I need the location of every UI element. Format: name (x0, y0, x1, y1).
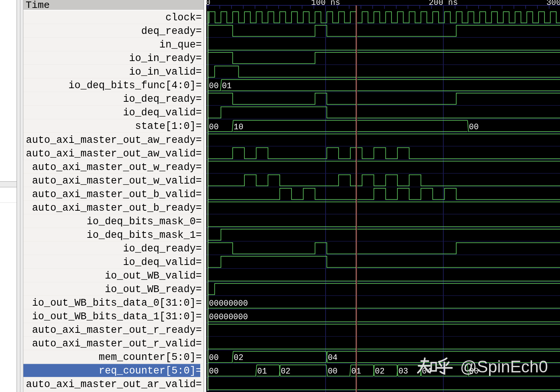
svg-text:io_out_WB_bits_data_0[31:0]=: io_out_WB_bits_data_0[31:0]= (32, 297, 202, 309)
svg-text:02: 02 (281, 367, 290, 376)
svg-text:auto_axi_master_out_aw_ready=: auto_axi_master_out_aw_ready= (26, 135, 202, 146)
svg-text:00000000: 00000000 (209, 299, 248, 308)
svg-text:auto_axi_master_out_b_ready=: auto_axi_master_out_b_ready= (32, 202, 202, 214)
svg-text:auto_axi_master_out_w_valid=: auto_axi_master_out_w_valid= (32, 175, 202, 187)
svg-text:auto_axi_master_out_r_ready=: auto_axi_master_out_r_ready= (32, 325, 202, 336)
svg-text:02: 02 (234, 353, 244, 362)
svg-text:io_deq_ready=: io_deq_ready= (123, 243, 202, 254)
svg-text:io_deq_valid=: io_deq_valid= (123, 257, 202, 268)
svg-text:0: 0 (206, 0, 210, 7)
svg-text:mem_counter[5:0]=: mem_counter[5:0]= (99, 352, 202, 363)
svg-text:io_deq_bits_func[4:0]=: io_deq_bits_func[4:0]= (68, 80, 202, 91)
svg-text:01: 01 (257, 367, 267, 376)
svg-text:00: 00 (209, 81, 219, 90)
svg-text:auto_axi_master_out_aw_valid=: auto_axi_master_out_aw_valid= (26, 148, 202, 159)
svg-text:io_deq_ready=: io_deq_ready= (123, 93, 202, 105)
svg-text:in_que=: in_que= (160, 39, 202, 51)
svg-text:state[1:0]=: state[1:0]= (135, 121, 202, 132)
svg-text:deq_ready=: deq_ready= (141, 26, 202, 37)
svg-text:io_deq_valid=: io_deq_valid= (123, 107, 202, 118)
svg-text:io_deq_bits_mask_0=: io_deq_bits_mask_0= (87, 216, 202, 227)
svg-text:io_deq_bits_mask_1=: io_deq_bits_mask_1= (87, 230, 202, 241)
svg-text:00: 00 (209, 367, 219, 376)
svg-text:00: 00 (209, 122, 219, 132)
svg-text:01: 01 (222, 81, 232, 90)
svg-text:03: 03 (398, 367, 408, 376)
svg-text:auto_axi_master_out_w_ready=: auto_axi_master_out_w_ready= (32, 162, 202, 173)
svg-text:00: 00 (469, 122, 479, 132)
svg-text:io_in_valid=: io_in_valid= (129, 66, 202, 78)
svg-text:@SpinEch0: @SpinEch0 (460, 357, 548, 376)
svg-text:100 ns: 100 ns (311, 0, 340, 7)
svg-text:req_counter[5:0]=: req_counter[5:0]= (99, 365, 202, 377)
svg-text:io_out_WB_valid=: io_out_WB_valid= (105, 270, 202, 282)
svg-text:00: 00 (209, 353, 219, 362)
svg-text:Time: Time (26, 0, 50, 11)
svg-text:auto_axi_master_out_ar_valid=: auto_axi_master_out_ar_valid= (26, 379, 202, 390)
svg-text:10: 10 (234, 122, 244, 132)
svg-text:00000000: 00000000 (209, 312, 248, 322)
svg-text:auto_axi_master_out_r_valid=: auto_axi_master_out_r_valid= (32, 338, 202, 349)
svg-text:200 ns: 200 ns (429, 0, 458, 7)
svg-text:300 ns: 300 ns (546, 0, 560, 7)
svg-text:auto_axi_master_out_b_valid=: auto_axi_master_out_b_valid= (32, 189, 202, 200)
svg-text:io_out_WB_ready=: io_out_WB_ready= (105, 284, 202, 295)
svg-text:io_in_ready=: io_in_ready= (129, 53, 202, 64)
svg-text:02: 02 (375, 367, 385, 376)
svg-text:00: 00 (328, 367, 338, 376)
svg-text:clock=: clock= (166, 12, 202, 23)
svg-text:io_out_WB_bits_data_1[31:0]=: io_out_WB_bits_data_1[31:0]= (32, 311, 202, 322)
svg-text:04: 04 (328, 353, 338, 362)
